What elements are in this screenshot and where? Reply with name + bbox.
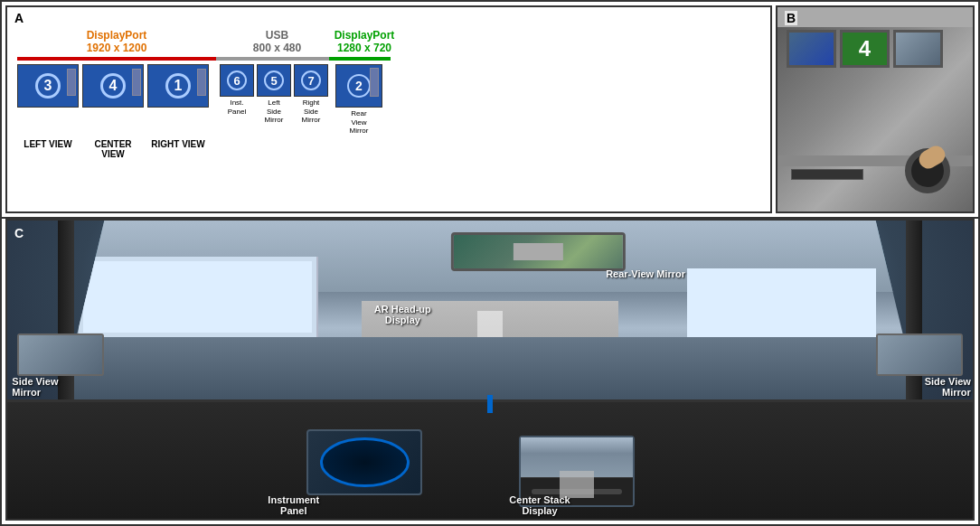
screen-3-number: 3 [35, 73, 61, 99]
screen-5-wrap: 5 LeftSideMirror [257, 64, 291, 125]
right-view-label: RIGHT VIEW [147, 139, 209, 159]
side-mirror-right-display [878, 335, 961, 373]
a-pillar-right [906, 221, 922, 406]
screen-2: 2 [335, 64, 382, 108]
side-mirror-left [17, 333, 104, 375]
car-background: AR Head-up Display Rear-View Mirror Side… [7, 221, 973, 519]
center-view-label: CENTER VIEW [82, 139, 144, 159]
dp-left-name: DisplayPort [87, 29, 147, 42]
side-mirror-right [876, 333, 963, 375]
dashboard [7, 399, 973, 519]
monitor-right-screen [896, 33, 940, 65]
side-mirror-left-display [19, 335, 102, 373]
monitor-center-number: 4 [843, 33, 887, 65]
panel-b: B 4 [776, 5, 975, 213]
screen-6-wrap: 6 Inst.Panel [220, 64, 254, 125]
screen-4-panel [132, 69, 141, 96]
screen-5-number: 5 [264, 70, 284, 90]
screen-7-number: 7 [301, 70, 321, 90]
dp-right-name: DisplayPort [335, 29, 395, 42]
panel-b-label: B [785, 11, 797, 25]
screen-4: 4 [82, 64, 144, 108]
side-left-annotation: Side ViewMirror [12, 376, 58, 398]
monitors: 4 [787, 30, 943, 68]
rear-view-mirror [451, 232, 625, 271]
panel-c-label: C [14, 226, 24, 240]
center-stack-screen [521, 437, 633, 478]
building-windows [83, 261, 312, 333]
panel-c: C [5, 219, 975, 521]
panel-a: A DisplayPort 1920 x 1200 USB 800 x 480 … [5, 5, 772, 213]
screen-3-panel [67, 69, 76, 96]
usb-res: 800 x 480 [253, 42, 301, 54]
gray-line [216, 57, 329, 61]
monitor-left [787, 30, 836, 68]
screen-6: 6 [220, 64, 254, 97]
monitor-left-screen [789, 33, 834, 65]
keyboard [791, 169, 863, 180]
monitor-center: 4 [840, 30, 890, 68]
ar-hud-indicator [487, 395, 493, 413]
building-right [687, 268, 876, 336]
screen-7: 7 [294, 64, 328, 97]
screen-2-label: RearViewMirror [350, 109, 369, 136]
screen-7-label: RightSideMirror [302, 99, 321, 125]
screen-4-wrap: 4 [82, 64, 144, 108]
screen-1-wrap: 1 [147, 64, 209, 108]
screen-1: 1 [147, 64, 209, 108]
building-left [79, 257, 318, 337]
screen-5: 5 [257, 64, 291, 97]
screen-7-wrap: 7 RightSideMirror [294, 64, 328, 125]
side-right-annotation: Side ViewMirror [925, 376, 971, 398]
screen-6-label: Inst.Panel [228, 99, 246, 116]
screen-5-label: LeftSideMirror [265, 99, 284, 125]
background-wall [777, 7, 973, 27]
usb-name: USB [266, 29, 288, 42]
green-line [329, 57, 391, 61]
dp-left-res: 1920 x 1200 [87, 42, 147, 54]
ground [61, 337, 919, 399]
speedometer [320, 437, 410, 487]
center-stack-display [519, 436, 635, 507]
a-pillar-left [58, 221, 74, 406]
main-container: A DisplayPort 1920 x 1200 USB 800 x 480 … [0, 0, 980, 526]
rear-mirror-display [454, 235, 622, 268]
panel-a-label: A [14, 11, 24, 25]
mirror-road [513, 243, 563, 259]
screen-1-number: 1 [165, 73, 191, 99]
screen-1-panel [197, 69, 206, 96]
center-stack-view [521, 437, 633, 477]
screen-6-number: 6 [227, 70, 247, 90]
instrument-panel-display [306, 429, 422, 495]
screen-2-wrap: 2 RearViewMirror [335, 64, 382, 136]
monitor-right [893, 30, 943, 68]
usb-screens-group: 6 Inst.Panel 5 LeftSideMirror 7 [220, 64, 328, 125]
screen-4-number: 4 [100, 73, 126, 99]
screen-3-wrap: 3 [17, 64, 79, 108]
photo-sim: 4 [777, 7, 973, 211]
dp-right-res: 1280 x 720 [337, 42, 391, 54]
left-view-label: LEFT VIEW [17, 139, 79, 159]
screen-3: 3 [17, 64, 79, 108]
red-line [17, 57, 216, 61]
center-stack-road [560, 471, 593, 498]
top-section: A DisplayPort 1920 x 1200 USB 800 x 480 … [2, 2, 978, 219]
screen-2-panel [370, 68, 379, 97]
screen-2-number: 2 [347, 74, 371, 98]
